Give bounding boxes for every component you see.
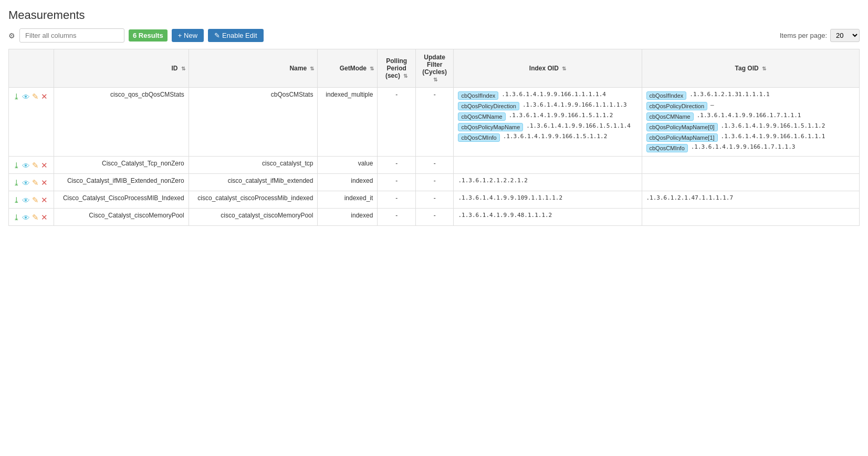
row-actions: ⤓ 👁 ✎ ✕ — [13, 177, 49, 188]
delete-icon[interactable]: ✕ — [41, 195, 48, 205]
items-per-page-label: Items per page: — [780, 32, 827, 39]
tag-oid-tag: cbQosPolicyMapName[1] — [646, 133, 718, 142]
items-per-page-select[interactable]: 10 20 50 100 — [830, 29, 860, 42]
edit-icon[interactable]: ✎ — [32, 161, 39, 170]
index-oid-value: .1.3.6.1.4.1.9.9.166.1.1.1.1.4 — [501, 91, 606, 98]
tag-oid-value: .1.3.6.1.2.1.47.1.1.1.1.7 — [646, 194, 734, 201]
download-icon[interactable]: ⤓ — [13, 213, 20, 222]
index-oid-tag: cbQosIfIndex — [458, 91, 498, 100]
items-per-page-container: Items per page: 10 20 50 100 — [780, 29, 860, 42]
view-icon[interactable]: 👁 — [22, 92, 30, 101]
view-icon[interactable]: 👁 — [22, 196, 30, 205]
row-tag-oid: cbQosIfIndex.1.3.6.1.2.1.31.1.1.1.1cbQos… — [642, 88, 860, 157]
results-badge: 6 Results — [129, 29, 168, 42]
row-polling: - — [378, 88, 416, 157]
index-oid-value: .1.3.6.1.4.1.9.9.109.1.1.1.1.2 — [458, 194, 562, 201]
page-container: Measurements ⚙ 6 Results + New ✎ Enable … — [0, 0, 868, 234]
row-name: cisco_catalyst_ifMib_extended — [189, 174, 318, 191]
table-row: ⤓ 👁 ✎ ✕ Cisco_Catalyst_ciscoMemoryPoolci… — [9, 209, 860, 226]
edit-icon[interactable]: ✎ — [32, 195, 39, 205]
col-header-update: Update Filter (Cycles) ⇅ — [415, 49, 454, 88]
row-id: Cisco_Catalyst_CiscoProcessMIB_Indexed — [54, 191, 189, 209]
view-icon[interactable]: 👁 — [22, 179, 30, 188]
row-polling: - — [378, 174, 416, 191]
col-header-id: ID ⇅ — [54, 49, 189, 88]
index-oid-value: .1.3.6.1.4.1.9.9.166.1.1.1.1.3 — [522, 101, 627, 108]
index-oid-tag: cbQosCMName — [458, 112, 505, 121]
view-icon[interactable]: 👁 — [22, 161, 30, 170]
index-oid-tag: cbQosCMInfo — [458, 133, 499, 142]
sort-polling-icon[interactable]: ⇅ — [403, 73, 407, 79]
row-index-oid: .1.3.6.1.4.1.9.9.48.1.1.1.2 — [454, 209, 642, 226]
row-update-filter: - — [415, 174, 454, 191]
tag-oid-tag: cbQosPolicyMapName[0] — [646, 123, 718, 131]
col-header-getmode: GetMode ⇅ — [318, 49, 378, 88]
row-getmode: indexed_it — [318, 191, 378, 209]
row-getmode: indexed — [318, 209, 378, 226]
sort-id-icon[interactable]: ⇅ — [181, 66, 185, 71]
row-update-filter: - — [415, 88, 454, 157]
tag-oid-value: .1.3.6.1.4.1.9.9.166.1.6.1.1.1 — [721, 133, 825, 140]
settings-icon[interactable]: ⚙ — [8, 32, 15, 40]
tag-oid-tag: cbQosCMInfo — [646, 144, 688, 152]
row-name: cisco_catalyst_tcp — [189, 157, 318, 174]
row-polling: - — [378, 209, 416, 226]
tag-oid-tag: cbQosIfIndex — [646, 91, 687, 100]
row-actions: ⤓ 👁 ✎ ✕ — [13, 160, 49, 170]
row-id: cisco_qos_cbQosCMStats — [54, 88, 189, 157]
index-oid-value: .1.3.6.1.4.1.9.9.166.1.5.1.1.4 — [526, 122, 631, 129]
row-id: Cisco_Catalyst_Tcp_nonZero — [54, 157, 189, 174]
row-actions-cell: ⤓ 👁 ✎ ✕ — [9, 88, 54, 157]
row-name: cisco_catalyst_ciscoMemoryPool — [189, 209, 318, 226]
sort-name-icon[interactable]: ⇅ — [310, 66, 314, 71]
delete-icon[interactable]: ✕ — [41, 92, 48, 101]
download-icon[interactable]: ⤓ — [13, 178, 20, 188]
delete-icon[interactable]: ✕ — [41, 213, 48, 222]
view-icon[interactable]: 👁 — [22, 213, 30, 222]
row-tag-oid: .1.3.6.1.2.1.47.1.1.1.1.7 — [642, 191, 860, 209]
sort-index-icon[interactable]: ⇅ — [562, 66, 566, 71]
row-id: Cisco_Catalyst_ciscoMemoryPool — [54, 209, 189, 226]
row-getmode: value — [318, 157, 378, 174]
filter-input[interactable] — [19, 28, 124, 43]
table-header-row: ID ⇅ Name ⇅ GetMode ⇅ Polling Period (se… — [9, 49, 860, 88]
col-header-tag: Tag OID ⇅ — [642, 49, 860, 88]
row-polling: - — [378, 191, 416, 209]
tag-oid-value: .1.3.6.1.4.1.9.9.166.1.7.1.1.1 — [697, 112, 801, 119]
table-row: ⤓ 👁 ✎ ✕ Cisco_Catalyst_CiscoProcessMIB_I… — [9, 191, 860, 209]
row-index-oid: cbQosIfIndex.1.3.6.1.4.1.9.9.166.1.1.1.1… — [454, 88, 642, 157]
download-icon[interactable]: ⤓ — [13, 92, 20, 101]
delete-icon[interactable]: ✕ — [41, 178, 48, 188]
tag-oid-value: .1.3.6.1.2.1.31.1.1.1.1 — [689, 91, 769, 98]
sort-tag-icon[interactable]: ⇅ — [762, 66, 766, 71]
edit-icon: ✎ — [214, 32, 220, 39]
row-name: cisco_catalyst_ciscoProcessMib_indexed — [189, 191, 318, 209]
tag-oid-value: – — [710, 101, 714, 108]
edit-icon[interactable]: ✎ — [32, 92, 39, 101]
row-actions-cell: ⤓ 👁 ✎ ✕ — [9, 174, 54, 191]
row-actions: ⤓ 👁 ✎ ✕ — [13, 91, 49, 101]
measurements-table: ID ⇅ Name ⇅ GetMode ⇅ Polling Period (se… — [8, 49, 860, 226]
download-icon[interactable]: ⤓ — [13, 195, 20, 205]
col-header-polling: Polling Period (sec) ⇅ — [378, 49, 416, 88]
delete-icon[interactable]: ✕ — [41, 161, 48, 170]
edit-icon[interactable]: ✎ — [32, 178, 39, 188]
row-index-oid: .1.3.6.1.2.1.2.2.1.2 — [454, 174, 642, 191]
table-row: ⤓ 👁 ✎ ✕ cisco_qos_cbQosCMStatscbQosCMSta… — [9, 88, 860, 157]
row-actions-cell: ⤓ 👁 ✎ ✕ — [9, 157, 54, 174]
table-row: ⤓ 👁 ✎ ✕ Cisco_Catalyst_ifMIB_Extended_no… — [9, 174, 860, 191]
row-name: cbQosCMStats — [189, 88, 318, 157]
table-row: ⤓ 👁 ✎ ✕ Cisco_Catalyst_Tcp_nonZerocisco_… — [9, 157, 860, 174]
page-title: Measurements — [8, 8, 860, 22]
col-header-actions — [9, 49, 54, 88]
sort-update-icon[interactable]: ⇅ — [433, 77, 437, 82]
edit-icon[interactable]: ✎ — [32, 213, 39, 222]
index-oid-tag: cbQosPolicyMapName — [458, 123, 523, 131]
row-index-oid: .1.3.6.1.4.1.9.9.109.1.1.1.1.2 — [454, 191, 642, 209]
index-oid-value: .1.3.6.1.4.1.9.9.48.1.1.1.2 — [458, 212, 552, 219]
sort-getmode-icon[interactable]: ⇅ — [370, 66, 374, 71]
enable-edit-button[interactable]: ✎ Enable Edit — [208, 29, 264, 42]
tag-oid-value: .1.3.6.1.4.1.9.9.166.1.7.1.1.3 — [691, 143, 796, 150]
download-icon[interactable]: ⤓ — [13, 161, 20, 170]
new-button[interactable]: + New — [172, 29, 204, 42]
